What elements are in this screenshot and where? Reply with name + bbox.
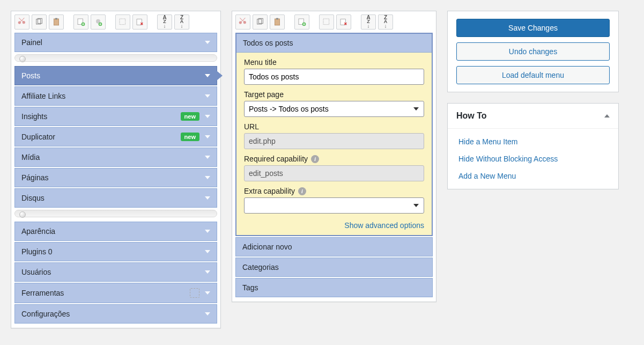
menu-item-label: Disqus: [21, 194, 205, 202]
sort-desc-button[interactable]: ZA↓: [378, 14, 393, 30]
selection-pointer: [216, 70, 223, 81]
cut-button[interactable]: [14, 14, 29, 30]
chevron-down-icon: [205, 270, 210, 274]
menu-item-label: Ferramentas: [21, 289, 190, 297]
extra-capability-field: Extra capability i: [244, 187, 424, 214]
howto-link[interactable]: Hide Without Blocking Access: [448, 150, 618, 167]
delete-button[interactable]: [132, 14, 147, 30]
chevron-down-icon: [205, 312, 210, 315]
menu-title-label: Menu title: [244, 58, 424, 67]
svg-rect-9: [137, 19, 142, 25]
menu-item-label: Duplicator: [21, 133, 181, 141]
menu-separator[interactable]: [14, 210, 217, 217]
menu-item-label: Mídia: [21, 153, 205, 162]
extra-capability-select[interactable]: [244, 197, 424, 214]
paste-button[interactable]: [49, 14, 64, 30]
submenu-item[interactable]: Adicionar novo: [235, 237, 433, 256]
hide-button[interactable]: [319, 14, 334, 30]
menu-item-label: Affiliate Links: [21, 92, 205, 100]
hide-button[interactable]: [115, 14, 130, 30]
menu-item[interactable]: Insightsnew: [14, 107, 217, 126]
paste-button[interactable]: [270, 14, 285, 30]
capability-label-text: Required capability: [244, 155, 308, 163]
menu-item[interactable]: Plugins 0: [14, 242, 217, 261]
menu-item[interactable]: Mídia: [14, 148, 217, 167]
new-item-button[interactable]: [294, 14, 309, 30]
url-value: edit.php: [244, 133, 424, 149]
svg-rect-17: [340, 19, 345, 25]
submenu-item[interactable]: Categorias: [235, 258, 433, 277]
new-separator-button[interactable]: [91, 14, 106, 30]
menu-item[interactable]: Configurações: [14, 304, 217, 324]
submenu-item-label: Adicionar novo: [242, 243, 426, 251]
chevron-down-icon: [205, 94, 210, 98]
chevron-down-icon: [205, 196, 210, 200]
show-advanced-link[interactable]: Show advanced options: [344, 221, 424, 230]
menu-item-label: Plugins 0: [21, 247, 205, 256]
svg-rect-2: [54, 19, 58, 25]
menu-title-field: Menu title: [244, 58, 424, 85]
menu-separator[interactable]: [14, 54, 217, 62]
capability-field: Required capability i edit_posts: [244, 155, 424, 181]
target-page-field: Target page Posts -> Todos os posts: [244, 90, 424, 117]
menu-item[interactable]: Páginas: [14, 168, 217, 187]
sub-toolbar: AZ↓ ZA↓: [235, 14, 433, 33]
menu-item[interactable]: Painel: [14, 33, 217, 52]
chevron-down-icon: [205, 41, 210, 44]
extra-capability-label-text: Extra capability: [244, 187, 295, 195]
url-field: URL edit.php: [244, 122, 424, 149]
menu-item[interactable]: Affiliate Links: [14, 86, 217, 106]
howto-header[interactable]: How To: [448, 104, 618, 129]
submenu-header[interactable]: Todos os posts: [236, 34, 432, 53]
copy-button[interactable]: [253, 14, 268, 30]
new-badge: new: [181, 112, 199, 121]
chevron-down-icon: [205, 250, 210, 253]
howto-link[interactable]: Hide a Menu Item: [448, 133, 618, 150]
howto-title: How To: [456, 111, 604, 121]
menu-item[interactable]: Posts: [14, 66, 217, 85]
howto-links: Hide a Menu ItemHide Without Blocking Ac…: [448, 129, 618, 189]
new-menu-button[interactable]: [73, 14, 88, 30]
submenu-column: AZ↓ ZA↓ Todos os posts Menu title Target…: [232, 11, 436, 302]
placeholder-icon: [190, 288, 199, 298]
menu-item[interactable]: Usuários: [14, 262, 217, 282]
copy-button[interactable]: [32, 14, 47, 30]
svg-rect-13: [276, 18, 278, 20]
info-icon[interactable]: i: [298, 187, 306, 195]
menu-title-input[interactable]: [244, 69, 424, 85]
svg-rect-8: [120, 19, 125, 25]
menu-item[interactable]: Ferramentas: [14, 283, 217, 303]
howto-box: How To Hide a Menu ItemHide Without Bloc…: [447, 103, 619, 189]
menu-item-label: Posts: [21, 71, 205, 80]
load-default-button[interactable]: Load default menu: [456, 66, 610, 84]
capability-label: Required capability i: [244, 155, 424, 163]
collapse-icon: [604, 114, 610, 118]
undo-button[interactable]: Undo changes: [456, 42, 610, 61]
svg-rect-16: [323, 19, 329, 25]
svg-rect-12: [275, 19, 279, 25]
capability-value: edit_posts: [244, 165, 424, 181]
target-page-label: Target page: [244, 90, 424, 99]
chevron-down-icon: [205, 230, 210, 233]
delete-button[interactable]: [336, 14, 351, 30]
submenu-item[interactable]: Tags: [235, 278, 433, 297]
chevron-down-icon: [205, 115, 210, 118]
menu-item[interactable]: Disqus: [14, 188, 217, 208]
menu-list: PainelPostsAffiliate LinksInsightsnewDup…: [14, 33, 217, 324]
svg-rect-3: [55, 18, 57, 20]
info-icon[interactable]: i: [311, 155, 319, 163]
menu-item[interactable]: Aparência: [14, 222, 217, 241]
cut-button[interactable]: [235, 14, 250, 30]
url-label: URL: [244, 122, 424, 131]
menu-item-label: Insights: [21, 112, 181, 121]
target-page-select[interactable]: Posts -> Todos os posts: [244, 101, 424, 117]
chevron-down-icon: [205, 291, 210, 295]
menu-item[interactable]: Duplicatornew: [14, 127, 217, 146]
sort-asc-button[interactable]: AZ↓: [157, 14, 172, 30]
howto-link[interactable]: Add a New Menu: [448, 167, 618, 185]
sort-asc-button[interactable]: AZ↓: [361, 14, 376, 30]
submenu-item-label: Categorias: [242, 263, 426, 271]
menu-item-label: Usuários: [21, 268, 205, 276]
save-button[interactable]: Save Changes: [456, 19, 610, 37]
sort-desc-button[interactable]: ZA↓: [174, 14, 189, 30]
